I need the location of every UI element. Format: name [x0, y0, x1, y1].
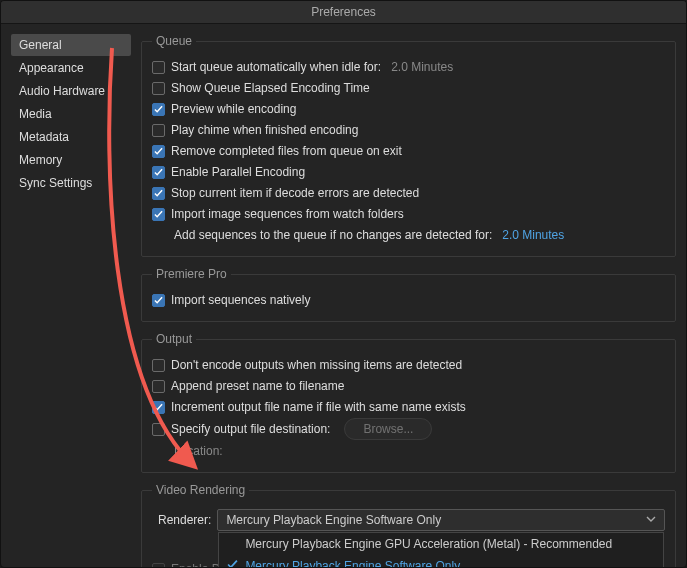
renderer-option-software[interactable]: Mercury Playback Engine Software Only: [219, 555, 663, 568]
value-start-auto[interactable]: 2.0 Minutes: [391, 60, 453, 74]
label-chime: Play chime when finished encoding: [171, 123, 358, 137]
sidebar-item-appearance[interactable]: Appearance: [11, 57, 131, 79]
main-panel: Queue Start queue automatically when idl…: [141, 34, 676, 568]
check-icon: [227, 559, 238, 568]
renderer-popup: Mercury Playback Engine GPU Acceleration…: [218, 532, 664, 568]
checkbox-stop-decode[interactable]: [152, 187, 165, 200]
renderer-dropdown[interactable]: Mercury Playback Engine Software Only Me…: [217, 509, 665, 531]
label-parallel: Enable Parallel Encoding: [171, 165, 305, 179]
queue-group: Queue Start queue automatically when idl…: [141, 34, 676, 257]
sidebar-item-label: Sync Settings: [19, 176, 92, 190]
preferences-window: Preferences General Appearance Audio Har…: [0, 0, 687, 568]
checkbox-parallel[interactable]: [152, 166, 165, 179]
renderer-option-label: Mercury Playback Engine GPU Acceleration…: [245, 537, 612, 551]
premiere-legend: Premiere Pro: [152, 267, 231, 281]
checkbox-dont-encode[interactable]: [152, 359, 165, 372]
sidebar-item-label: Audio Hardware: [19, 84, 105, 98]
sidebar-item-label: Metadata: [19, 130, 69, 144]
checkbox-show-elapsed[interactable]: [152, 82, 165, 95]
label-location: Location:: [174, 444, 223, 458]
sidebar-item-memory[interactable]: Memory: [11, 149, 131, 171]
checkbox-import-native[interactable]: [152, 294, 165, 307]
output-group: Output Don't encode outputs when missing…: [141, 332, 676, 473]
sidebar-item-metadata[interactable]: Metadata: [11, 126, 131, 148]
checkbox-remove-completed[interactable]: [152, 145, 165, 158]
chevron-down-icon: [646, 513, 656, 527]
sidebar-item-general[interactable]: General: [11, 34, 131, 56]
label-preview: Preview while encoding: [171, 102, 296, 116]
sidebar-item-sync-settings[interactable]: Sync Settings: [11, 172, 131, 194]
label-show-elapsed: Show Queue Elapsed Encoding Time: [171, 81, 370, 95]
premiere-group: Premiere Pro Import sequences natively: [141, 267, 676, 322]
label-import-native: Import sequences natively: [171, 293, 310, 307]
label-append-preset: Append preset name to filename: [171, 379, 344, 393]
value-add-seq[interactable]: 2.0 Minutes: [502, 228, 564, 242]
checkbox-specify-dest[interactable]: [152, 423, 165, 436]
renderer-option-label: Mercury Playback Engine Software Only: [245, 559, 460, 568]
renderer-value: Mercury Playback Engine Software Only: [226, 513, 441, 527]
label-stop-decode: Stop current item if decode errors are d…: [171, 186, 419, 200]
sidebar-item-label: Appearance: [19, 61, 84, 75]
label-specify-dest: Specify output file destination:: [171, 422, 330, 436]
sidebar: General Appearance Audio Hardware Media …: [11, 34, 131, 568]
label-remove-completed: Remove completed files from queue on exi…: [171, 144, 402, 158]
output-legend: Output: [152, 332, 196, 346]
checkbox-enable-dcm[interactable]: [152, 563, 165, 569]
checkbox-preview[interactable]: [152, 103, 165, 116]
window-title: Preferences: [1, 1, 686, 24]
sidebar-item-media[interactable]: Media: [11, 103, 131, 125]
checkbox-append-preset[interactable]: [152, 380, 165, 393]
video-legend: Video Rendering: [152, 483, 249, 497]
sidebar-item-audio-hardware[interactable]: Audio Hardware: [11, 80, 131, 102]
label-dont-encode: Don't encode outputs when missing items …: [171, 358, 462, 372]
label-import-seq: Import image sequences from watch folder…: [171, 207, 404, 221]
label-increment: Increment output file name if file with …: [171, 400, 466, 414]
label-start-auto: Start queue automatically when idle for:: [171, 60, 381, 74]
checkbox-chime[interactable]: [152, 124, 165, 137]
renderer-label: Renderer:: [158, 513, 211, 527]
sidebar-item-label: Media: [19, 107, 52, 121]
sidebar-item-label: Memory: [19, 153, 62, 167]
checkbox-increment[interactable]: [152, 401, 165, 414]
checkbox-start-auto[interactable]: [152, 61, 165, 74]
sidebar-item-label: General: [19, 38, 62, 52]
renderer-option-gpu[interactable]: Mercury Playback Engine GPU Acceleration…: [219, 533, 663, 555]
video-group: Video Rendering Renderer: Mercury Playba…: [141, 483, 676, 568]
browse-button[interactable]: Browse...: [344, 418, 432, 440]
queue-legend: Queue: [152, 34, 196, 48]
label-add-seq: Add sequences to the queue if no changes…: [174, 228, 492, 242]
checkbox-import-seq[interactable]: [152, 208, 165, 221]
